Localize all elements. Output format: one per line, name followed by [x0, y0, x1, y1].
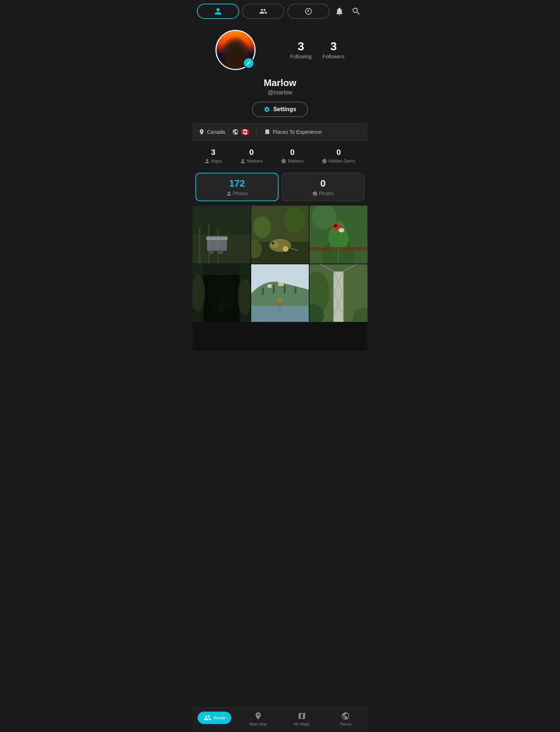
settings-label: Settings — [273, 106, 296, 113]
profile-section: 3 Following 3 Followers Marlow @marlow S… — [192, 23, 368, 123]
social-tab[interactable] — [242, 4, 284, 19]
check-circle-icon — [281, 159, 286, 164]
hidden-gems-label-row: Hidden Gems — [322, 159, 355, 164]
followers-stat[interactable]: 3 Followers — [323, 40, 345, 59]
svg-point-15 — [253, 217, 271, 238]
person-pin-icon — [205, 159, 210, 164]
hidden-gems-label: Hidden Gems — [328, 159, 355, 164]
photo-5 — [251, 264, 309, 322]
photo-cell-5[interactable] — [251, 264, 309, 322]
verified-markers-label-row: Markers — [281, 159, 303, 164]
svg-rect-56 — [343, 272, 344, 322]
maps-count: 3 — [211, 148, 215, 157]
following-stat[interactable]: 3 Following — [290, 40, 312, 59]
verified-markers-label: Markers — [288, 159, 303, 164]
svg-point-18 — [283, 246, 288, 252]
search-icon — [351, 7, 361, 16]
my-maps-label: My Maps — [294, 722, 310, 726]
svg-point-26 — [339, 228, 345, 232]
settings-button[interactable]: Settings — [252, 102, 308, 117]
social-pill: Social — [198, 712, 231, 724]
profile-tab[interactable] — [197, 4, 239, 19]
hidden-gems-stat: 0 Hidden Gems — [322, 148, 355, 164]
svg-point-8 — [218, 249, 223, 254]
hidden-gems-icon — [322, 159, 327, 164]
main-map-label: Main Map — [249, 722, 267, 726]
svg-rect-41 — [284, 285, 285, 293]
notifications-button[interactable] — [332, 4, 346, 18]
svg-point-37 — [219, 299, 223, 303]
svg-point-27 — [334, 225, 337, 227]
photo-4 — [192, 264, 250, 322]
list-label: Places To Experience — [273, 129, 322, 135]
followers-count: 3 — [330, 40, 337, 52]
maps-stat: 3 Maps — [205, 148, 222, 164]
pencil-icon — [246, 61, 251, 66]
svg-rect-43 — [267, 284, 272, 288]
personal-markers-count: 0 — [249, 148, 254, 157]
places-icon — [341, 712, 350, 720]
bell-icon — [335, 7, 344, 16]
settings-icon — [264, 106, 270, 113]
places-label: Places — [339, 722, 351, 726]
svg-point-16 — [284, 207, 306, 233]
info-bar: Canada 🇨🇦 Places To Experience — [192, 123, 368, 141]
profile-main-row: 3 Following 3 Followers — [198, 30, 362, 70]
svg-point-7 — [209, 249, 214, 254]
tagged-photos-label-row: Photos — [312, 191, 334, 196]
personal-markers-label: Markers — [247, 159, 262, 164]
check-photos-icon — [312, 191, 318, 196]
following-count: 3 — [298, 40, 304, 52]
svg-rect-33 — [192, 264, 250, 275]
photo-tabs: 172 Photos 0 Photos — [192, 168, 368, 206]
maps-label-row: Maps — [205, 159, 222, 164]
explore-tab[interactable] — [287, 4, 330, 19]
photo-cell-1[interactable] — [192, 206, 250, 264]
photo-6 — [310, 264, 368, 322]
places-nav-item[interactable]: Places — [324, 712, 368, 726]
my-maps-icon — [298, 712, 306, 720]
svg-rect-5 — [207, 238, 227, 251]
svg-point-47 — [276, 297, 282, 303]
my-photos-tab[interactable]: 172 Photos — [195, 173, 279, 201]
explore-icon — [304, 7, 312, 15]
verified-markers-count: 0 — [290, 148, 295, 157]
location-item: Canada — [198, 129, 225, 135]
photo-1 — [192, 206, 250, 264]
divider — [256, 128, 257, 136]
photo-3 — [310, 206, 368, 264]
svg-point-36 — [218, 302, 224, 313]
location-icon — [198, 129, 205, 135]
profile-icon — [214, 7, 222, 15]
photo-cell-3[interactable] — [310, 206, 368, 264]
search-button[interactable] — [349, 4, 363, 18]
photo-cell-6[interactable] — [310, 264, 368, 322]
svg-rect-6 — [206, 236, 228, 240]
svg-point-12 — [270, 241, 279, 248]
svg-rect-48 — [278, 306, 281, 315]
globe-item: 🇨🇦 — [232, 128, 249, 136]
social-nav-icon — [203, 714, 211, 722]
my-photos-label-row: Photos — [226, 191, 248, 196]
verified-markers-stat: 0 Markers — [281, 148, 303, 164]
photo-2 — [251, 206, 309, 264]
avatar-container — [215, 30, 256, 70]
svg-rect-44 — [278, 281, 284, 286]
social-nav-item[interactable]: Social — [192, 712, 236, 726]
social-icon — [259, 7, 267, 15]
bookmark-icon — [264, 129, 271, 135]
main-map-nav-item[interactable]: Main Map — [236, 712, 280, 726]
personal-markers-stat: 0 Markers — [240, 148, 262, 164]
main-map-icon — [254, 712, 262, 720]
svg-rect-42 — [295, 287, 296, 293]
photo-cell-4[interactable] — [192, 264, 250, 322]
personal-markers-label-row: Markers — [240, 159, 262, 164]
svg-rect-39 — [262, 288, 264, 295]
follow-stats: 3 Following 3 Followers — [290, 40, 345, 59]
my-photos-label: Photos — [233, 191, 248, 196]
my-photos-count: 172 — [229, 178, 245, 189]
photo-cell-2[interactable] — [251, 206, 309, 264]
my-maps-nav-item[interactable]: My Maps — [280, 712, 324, 726]
tagged-photos-tab[interactable]: 0 Photos — [281, 173, 365, 201]
bookmark-item: Places To Experience — [264, 129, 322, 135]
